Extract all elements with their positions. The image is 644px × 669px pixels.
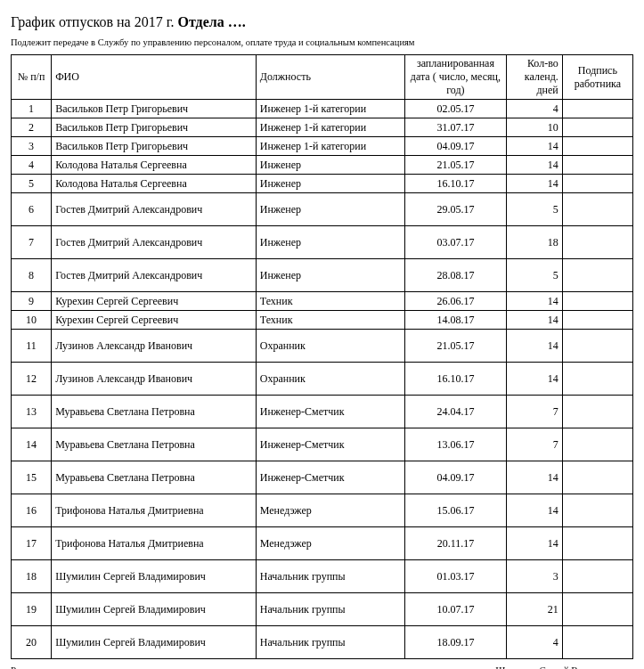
- cell-num: 2: [12, 118, 52, 137]
- footer-right: Шумилин Сергей Владимирович: [495, 665, 633, 669]
- cell-days: 10: [506, 118, 562, 137]
- cell-num: 1: [12, 100, 52, 118]
- table-row: 2Васильков Петр ГригорьевичИнженер 1-й к…: [12, 118, 633, 137]
- cell-days: 14: [506, 311, 562, 330]
- page-title: График отпусков на 2017 г. Отдела ….: [11, 14, 633, 30]
- cell-days: 18: [506, 226, 562, 259]
- cell-fio: Васильков Петр Григорьевич: [52, 137, 257, 156]
- cell-num: 19: [12, 593, 52, 626]
- cell-num: 12: [12, 363, 52, 396]
- cell-days: 14: [506, 175, 562, 193]
- cell-date: 04.09.17: [405, 137, 506, 156]
- cell-position: Менедэжер: [256, 494, 404, 527]
- table-row: 15Муравьева Светлана ПетровнаИнженер-Сме…: [12, 461, 633, 494]
- header-position: Должность: [256, 55, 404, 100]
- cell-days: 14: [506, 363, 562, 396]
- cell-signature: [562, 100, 632, 118]
- header-days: Кол-во календ. дней: [506, 55, 562, 100]
- table-row: 14Муравьева Светлана ПетровнаИнженер-Сме…: [12, 428, 633, 461]
- cell-fio: Шумилин Сергей Владимирович: [52, 560, 257, 593]
- cell-date: 02.05.17: [405, 100, 506, 118]
- cell-date: 01.03.17: [405, 560, 506, 593]
- cell-position: Техник: [256, 292, 404, 311]
- cell-days: 14: [506, 292, 562, 311]
- cell-date: 20.11.17: [405, 527, 506, 560]
- cell-position: Инженер-Сметчик: [256, 396, 404, 428]
- table-row: 7Гостев Дмитрий АлександровичИнженер03.0…: [12, 226, 633, 259]
- header-signature: Подпись работника: [562, 55, 632, 100]
- cell-num: 10: [12, 311, 52, 330]
- cell-days: 7: [506, 428, 562, 461]
- cell-fio: Шумилин Сергей Владимирович: [52, 626, 257, 659]
- cell-fio: Гостев Дмитрий Александрович: [52, 193, 257, 226]
- cell-position: Инженер-Сметчик: [256, 428, 404, 461]
- cell-num: 8: [12, 259, 52, 292]
- cell-days: 14: [506, 527, 562, 560]
- cell-date: 28.08.17: [405, 259, 506, 292]
- cell-date: 26.06.17: [405, 292, 506, 311]
- table-row: 12Лузинов Александр ИвановичОхранник16.1…: [12, 363, 633, 396]
- table-row: 18Шумилин Сергей ВладимировичНачальник г…: [12, 560, 633, 593]
- cell-signature: [562, 193, 632, 226]
- cell-fio: Трифонова Наталья Дмитриевна: [52, 527, 257, 560]
- table-row: 6Гостев Дмитрий АлександровичИнженер29.0…: [12, 193, 633, 226]
- cell-position: Охранник: [256, 363, 404, 396]
- cell-position: Инженер-Сметчик: [256, 461, 404, 494]
- table-header-row: № п/п ФИО Должность запланированная дата…: [12, 55, 633, 100]
- table-row: 5Колодова Наталья СергеевнаИнженер16.10.…: [12, 175, 633, 193]
- cell-date: 31.07.17: [405, 118, 506, 137]
- cell-num: 18: [12, 560, 52, 593]
- cell-fio: Курехин Сергей Сергеевич: [52, 311, 257, 330]
- cell-date: 29.05.17: [405, 193, 506, 226]
- cell-num: 13: [12, 396, 52, 428]
- table-row: 16Трифонова Наталья ДмитриевнаМенедэжер1…: [12, 494, 633, 527]
- footer: Руководитель отдела Шумилин Сергей Влади…: [11, 665, 633, 669]
- cell-fio: Колодова Наталья Сергеевна: [52, 175, 257, 193]
- cell-days: 14: [506, 156, 562, 175]
- cell-fio: Васильков Петр Григорьевич: [52, 100, 257, 118]
- footer-left: Руководитель отдела: [11, 665, 98, 669]
- cell-signature: [562, 226, 632, 259]
- cell-date: 16.10.17: [405, 363, 506, 396]
- cell-num: 4: [12, 156, 52, 175]
- cell-days: 4: [506, 100, 562, 118]
- cell-fio: Гостев Дмитрий Александрович: [52, 226, 257, 259]
- cell-position: Менедэжер: [256, 527, 404, 560]
- cell-fio: Курехин Сергей Сергеевич: [52, 292, 257, 311]
- cell-signature: [562, 626, 632, 659]
- header-num: № п/п: [12, 55, 52, 100]
- cell-date: 14.08.17: [405, 311, 506, 330]
- cell-signature: [562, 527, 632, 560]
- cell-position: Техник: [256, 311, 404, 330]
- cell-num: 15: [12, 461, 52, 494]
- cell-signature: [562, 118, 632, 137]
- cell-date: 10.07.17: [405, 593, 506, 626]
- cell-signature: [562, 560, 632, 593]
- cell-date: 21.05.17: [405, 330, 506, 363]
- cell-days: 5: [506, 259, 562, 292]
- table-row: 10Курехин Сергей СергеевичТехник14.08.17…: [12, 311, 633, 330]
- cell-signature: [562, 311, 632, 330]
- cell-num: 16: [12, 494, 52, 527]
- cell-days: 14: [506, 461, 562, 494]
- cell-num: 17: [12, 527, 52, 560]
- cell-num: 3: [12, 137, 52, 156]
- table-row: 11Лузинов Александр ИвановичОхранник21.0…: [12, 330, 633, 363]
- cell-position: Инженер: [256, 193, 404, 226]
- cell-position: Охранник: [256, 330, 404, 363]
- cell-num: 5: [12, 175, 52, 193]
- cell-date: 03.07.17: [405, 226, 506, 259]
- cell-date: 04.09.17: [405, 461, 506, 494]
- cell-signature: [562, 137, 632, 156]
- table-row: 9Курехин Сергей СергеевичТехник26.06.171…: [12, 292, 633, 311]
- table-row: 3Васильков Петр ГригорьевичИнженер 1-й к…: [12, 137, 633, 156]
- cell-fio: Гостев Дмитрий Александрович: [52, 259, 257, 292]
- table-row: 13Муравьева Светлана ПетровнаИнженер-Сме…: [12, 396, 633, 428]
- cell-fio: Муравьева Светлана Петровна: [52, 428, 257, 461]
- cell-date: 21.05.17: [405, 156, 506, 175]
- table-row: 20Шумилин Сергей ВладимировичНачальник г…: [12, 626, 633, 659]
- cell-signature: [562, 461, 632, 494]
- cell-signature: [562, 259, 632, 292]
- cell-position: Инженер: [256, 156, 404, 175]
- cell-signature: [562, 363, 632, 396]
